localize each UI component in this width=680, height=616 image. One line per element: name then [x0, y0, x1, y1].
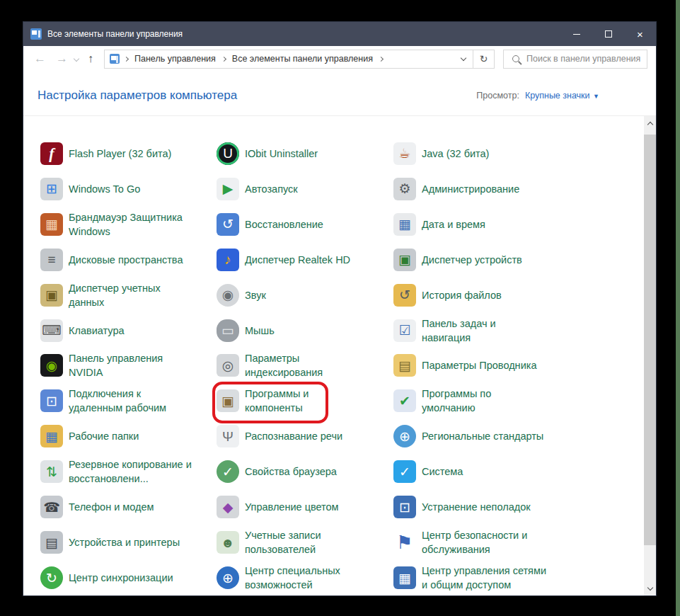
- search-input[interactable]: Поиск в панели управления: [503, 50, 647, 69]
- control-panel-item[interactable]: ▤Параметры Проводника: [393, 348, 606, 384]
- device-manager-icon: ▣: [393, 249, 416, 271]
- region-icon: ⊕: [393, 425, 416, 447]
- items-column-3: ☕Java (32 бита)⚙Администрирование▦Дата и…: [393, 136, 606, 595]
- back-button[interactable]: ←: [29, 52, 51, 66]
- close-button[interactable]: ×: [624, 22, 656, 46]
- maximize-button[interactable]: [592, 22, 624, 46]
- control-panel-window: Все элементы панели управления × ← → ↑ П…: [23, 21, 657, 596]
- control-panel-item[interactable]: ↻Центр синхронизации: [40, 560, 217, 595]
- control-panel-item[interactable]: ⊡Устранение неполадок: [393, 489, 606, 525]
- control-panel-item[interactable]: ✓Свойства браузера: [217, 454, 393, 489]
- view-by-dropdown[interactable]: Крупные значки ▼: [525, 91, 599, 101]
- scroll-up-button[interactable]: [644, 116, 656, 130]
- control-panel-item[interactable]: ⚑Центр безопасности и обслуживания: [393, 525, 606, 560]
- item-label: IObit Uninstaller: [245, 147, 318, 161]
- control-panel-item[interactable]: ◉Панель управления NVIDIA: [40, 348, 217, 384]
- items-columns: fFlash Player (32 бита)⊞Windows To Go▦Бр…: [40, 136, 606, 595]
- control-panel-item[interactable]: fFlash Player (32 бита): [40, 136, 217, 171]
- control-panel-item[interactable]: ▦Дата и время: [393, 207, 606, 242]
- control-panel-item[interactable]: ♪Диспетчер Realtek HD: [217, 242, 393, 278]
- scrollbar-thumb[interactable]: [644, 135, 656, 545]
- item-label: Программы по умолчанию: [422, 387, 491, 415]
- control-panel-item[interactable]: ▶Автозапуск: [217, 171, 393, 207]
- control-panel-item[interactable]: ◎Параметры индексирования: [217, 348, 393, 384]
- speech-recognition-icon: Ψ: [217, 425, 239, 447]
- control-panel-item[interactable]: ▣Диспетчер учетных данных: [40, 278, 217, 313]
- minimize-button[interactable]: [560, 22, 592, 46]
- up-button[interactable]: ↑: [81, 52, 100, 65]
- control-panel-item[interactable]: ⚙Администрирование: [393, 171, 606, 207]
- system-icon: ✓: [393, 460, 416, 483]
- control-panel-item[interactable]: ☻Учетные записи пользователей: [217, 525, 393, 560]
- indexing-options-icon: ◎: [217, 354, 239, 377]
- control-panel-item[interactable]: ☑Панель задач и навигация: [393, 313, 606, 348]
- item-label: Мышь: [245, 324, 275, 338]
- back-icon: ←: [34, 52, 46, 65]
- desktop-backdrop: Все элементы панели управления × ← → ↑ П…: [0, 0, 680, 616]
- control-panel-item[interactable]: ⊡Подключения к удаленным рабочим: [40, 383, 217, 418]
- storage-spaces-icon: ≡: [40, 249, 63, 271]
- control-panel-item[interactable]: ≡Дисковые пространства: [40, 242, 217, 278]
- user-accounts-icon: ☻: [217, 531, 239, 554]
- control-panel-item[interactable]: ✔Программы по умолчанию: [393, 383, 606, 418]
- recent-pages-button[interactable]: [73, 52, 81, 65]
- forward-button[interactable]: →: [51, 52, 73, 66]
- item-label: Центр специальных возможностей: [245, 564, 340, 592]
- item-label: Подключения к удаленным рабочим: [69, 387, 166, 415]
- view-by-control: Просмотр: Крупные значки ▼: [476, 91, 599, 101]
- control-panel-item[interactable]: ▭Мышь: [217, 313, 393, 348]
- sync-center-icon: ↻: [40, 566, 63, 589]
- item-label: Брандмауэр Защитника Windows: [69, 210, 183, 239]
- address-toolbar: ← → ↑ Панель управленияВсе элементы пане…: [23, 46, 656, 72]
- phone-modem-icon: ☎: [40, 496, 63, 518]
- control-panel-item[interactable]: ↺Восстановление: [217, 207, 393, 242]
- item-label: Свойства браузера: [245, 464, 337, 479]
- item-label: Администрирование: [422, 182, 519, 196]
- control-panel-item[interactable]: ⇅Резервное копирование и восстановлени..…: [40, 454, 217, 489]
- control-panel-item[interactable]: UIObit Uninstaller: [217, 136, 393, 171]
- control-panel-item[interactable]: ▦Центр управления сетями и общим доступо…: [393, 560, 606, 595]
- control-panel-item[interactable]: ✓Система: [393, 454, 606, 489]
- item-label: Дисковые пространства: [69, 253, 183, 267]
- control-panel-item[interactable]: ⊞Windows To Go: [40, 171, 217, 207]
- vertical-scrollbar[interactable]: [644, 116, 656, 595]
- item-label: Программы и компоненты: [245, 387, 309, 415]
- address-dropdown-button[interactable]: [454, 50, 473, 68]
- items-column-2: UIObit Uninstaller▶Автозапуск↺Восстановл…: [217, 136, 393, 595]
- control-panel-item[interactable]: ΨРаспознавание речи: [217, 418, 393, 454]
- item-label: Центр управления сетями и общим доступом: [422, 564, 546, 592]
- control-panel-item[interactable]: ☎Телефон и модем: [40, 489, 217, 525]
- windows-to-go-icon: ⊞: [40, 178, 63, 200]
- control-panel-item[interactable]: ◆Управление цветом: [217, 489, 393, 525]
- address-bar[interactable]: Панель управленияВсе элементы панели упр…: [104, 50, 495, 69]
- control-panel-item[interactable]: ↺История файлов: [393, 278, 606, 313]
- control-panel-item[interactable]: ▦Рабочие папки: [40, 418, 217, 454]
- forward-icon: →: [56, 52, 68, 65]
- breadcrumb-separator-icon: [124, 56, 129, 61]
- item-label: Устранение неполадок: [422, 500, 531, 514]
- control-panel-item[interactable]: ▣Диспетчер устройств: [393, 242, 606, 278]
- item-label: Параметры индексирования: [245, 351, 323, 380]
- item-label: Распознавание речи: [245, 429, 342, 443]
- date-time-icon: ▦: [393, 213, 416, 236]
- control-panel-item[interactable]: ⊕Региональные стандарты: [393, 418, 606, 454]
- control-panel-item[interactable]: ▣Программы и компоненты: [217, 383, 393, 418]
- control-panel-item[interactable]: ☕Java (32 бита): [393, 136, 606, 171]
- item-label: Резервное копирование и восстановлени...: [69, 457, 192, 486]
- control-panel-item[interactable]: ◉Звук: [217, 278, 393, 313]
- control-panel-item[interactable]: ▦Брандмауэр Защитника Windows: [40, 207, 217, 242]
- control-panel-item[interactable]: ⊕Центр специальных возможностей: [217, 560, 393, 595]
- control-panel-item[interactable]: ⌨Клавиатура: [40, 313, 217, 348]
- close-icon: ×: [637, 29, 643, 40]
- scroll-down-button[interactable]: [644, 582, 656, 595]
- default-programs-icon: ✔: [393, 389, 416, 412]
- breadcrumb-item[interactable]: Панель управления: [133, 54, 217, 64]
- location-icon: [110, 54, 120, 64]
- sound-icon: ◉: [217, 284, 239, 307]
- administrative-tools-icon: ⚙: [393, 178, 416, 200]
- breadcrumb-item[interactable]: Все элементы панели управления: [231, 54, 374, 64]
- refresh-button[interactable]: ↻: [473, 50, 494, 68]
- keyboard-icon: ⌨: [40, 319, 63, 342]
- control-panel-item[interactable]: ▤Устройства и принтеры: [40, 525, 217, 560]
- item-label: Управление цветом: [245, 500, 339, 514]
